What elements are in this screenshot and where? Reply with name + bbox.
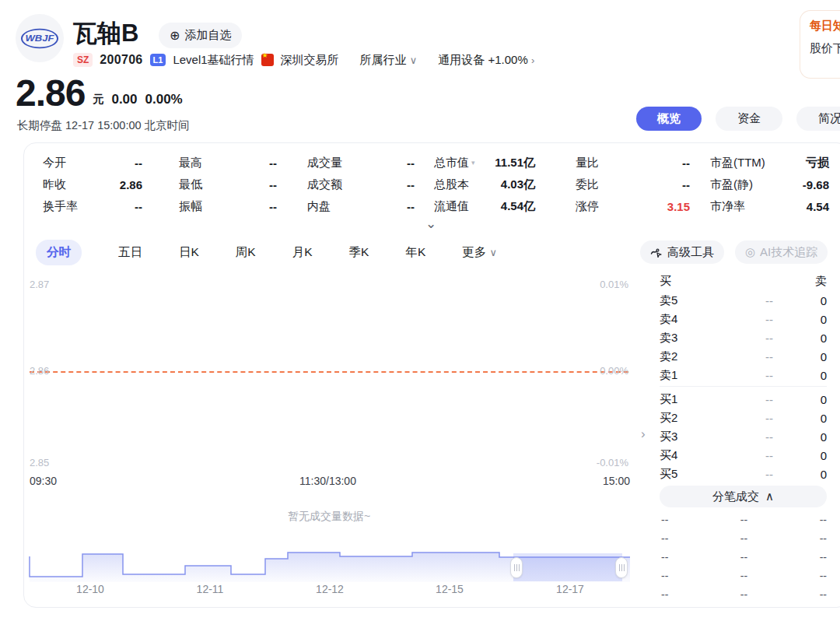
y-axis-pct-low: -0.01% xyxy=(597,457,628,468)
tick-trades-button[interactable]: 分笔成交 ∧ xyxy=(660,486,827,507)
no-volume-note: 暂无成交量数据~ xyxy=(233,510,425,524)
plus-circle-icon: ⊕ xyxy=(170,28,180,43)
chevron-down-icon: ∨ xyxy=(410,54,418,66)
x-axis-open: 09:30 xyxy=(30,475,57,487)
tab-5day[interactable]: 五日 xyxy=(118,244,142,261)
scrubber-selected-range[interactable] xyxy=(513,553,622,581)
ask-row-3: 卖3--0 xyxy=(660,328,827,347)
bid-rows: 买1--0 买2--0 买3--0 买4--0 买5--0 xyxy=(660,390,827,483)
scrubber-date: 12-11 xyxy=(197,583,224,595)
tab-intraday[interactable]: 分时 xyxy=(36,240,82,265)
add-watchlist-button[interactable]: ⊕ 添加自选 xyxy=(159,23,242,48)
daily-news-subtitle: 股价下 xyxy=(810,41,840,56)
stat-turnover-rate: 换手率-- xyxy=(43,195,142,217)
industry-label: 所属行业 xyxy=(360,53,407,66)
ask-row-2: 卖2--0 xyxy=(660,347,827,366)
tab-monthly-k[interactable]: 月K xyxy=(292,244,313,261)
stat-vol-ratio: 量比-- xyxy=(576,152,690,174)
scrubber-date: 12-15 xyxy=(436,583,464,595)
scrubber-right-handle[interactable] xyxy=(615,557,628,578)
exchange-name: 深圳交易所 xyxy=(281,53,339,68)
tab-yearly-k[interactable]: 年K xyxy=(405,244,425,261)
level1-label: Level1基础行情 xyxy=(173,53,254,68)
advanced-tools-button[interactable]: 高级工具 xyxy=(640,240,724,264)
stock-meta-row: SZ 200706 L1 Level1基础行情 ★ 深圳交易所 所属行业 ∨ 通… xyxy=(73,51,534,68)
tick-row: ------ xyxy=(661,529,827,548)
stat-inner-vol: 内盘-- xyxy=(307,195,415,217)
stats-col-5: 量比-- 委比-- 涨停3.15 xyxy=(576,152,690,217)
stock-code: 200706 xyxy=(100,53,142,67)
stock-quote-page: { "icons": { "plus_circle": "⊕", "chevro… xyxy=(0,0,840,621)
tick-row: ------ xyxy=(661,567,827,585)
stat-amplitude: 振幅-- xyxy=(179,195,277,217)
daily-news-card[interactable]: 每日知 股价下 xyxy=(800,10,840,79)
logo-text: WBJF xyxy=(21,28,59,47)
price-change: 0.00 xyxy=(111,92,137,112)
y-axis-price-mid: 2.86 xyxy=(30,365,49,377)
scrubber-date: 12-17 xyxy=(556,583,584,595)
scrubber-date: 12-10 xyxy=(76,583,104,595)
trading-status: 长期停盘 12-17 15:00:00 北京时间 xyxy=(17,118,190,133)
bid-row-2: 买2--0 xyxy=(660,409,827,427)
bid-row-4: 买4--0 xyxy=(660,446,827,465)
chevron-right-icon: › xyxy=(531,54,534,66)
tab-quarterly-k[interactable]: 季K xyxy=(349,244,369,261)
tick-row: ------ xyxy=(661,585,827,604)
ask-rows: 卖5--0 卖4--0 卖3--0 卖2--0 卖1--0 xyxy=(660,291,827,384)
caret-down-icon[interactable]: ▾ xyxy=(471,159,475,167)
y-axis-price-high: 2.87 xyxy=(30,279,49,290)
order-book-header: 买 卖 xyxy=(660,274,827,289)
scrubber-date: 12-12 xyxy=(316,583,344,595)
tab-funds[interactable]: 资金 xyxy=(716,107,782,131)
tab-profile[interactable]: 简况 xyxy=(796,107,840,131)
stat-low: 最低-- xyxy=(179,174,277,195)
tab-weekly-k[interactable]: 周K xyxy=(236,244,256,261)
price-block: 2.86 元 0.00 0.00% xyxy=(16,75,183,112)
scrubber-left-handle[interactable] xyxy=(510,557,523,578)
stock-logo: WBJF xyxy=(16,14,64,62)
stats-col-4: 总市值▾ 11.51亿 总股本4.03亿 流通值4.54亿 xyxy=(434,152,535,217)
stat-float-cap: 流通值4.54亿 xyxy=(434,195,535,217)
stats-col-1: 今开-- 昨收2.86 换手率-- xyxy=(43,152,142,217)
page-title: 瓦轴B xyxy=(73,17,138,50)
exchange-badge: SZ xyxy=(73,53,93,67)
x-axis-close: 15:00 xyxy=(603,475,630,487)
stat-market-cap: 总市值▾ 11.51亿 xyxy=(434,152,535,174)
industry-link[interactable]: 通用设备 +1.00% › xyxy=(438,53,534,68)
target-icon: ◎ xyxy=(745,245,755,259)
x-axis-midday: 11:30/13:00 xyxy=(299,475,356,487)
tab-more[interactable]: 更多 ∨ xyxy=(462,244,497,261)
stat-order-ratio: 委比-- xyxy=(576,174,690,195)
current-price: 2.86 xyxy=(16,75,85,112)
stats-col-6: 市盈(TTM)亏损 市盈(静)-9.68 市净率4.54 xyxy=(710,152,829,217)
stat-total-shares: 总股本4.03亿 xyxy=(434,174,535,195)
y-axis-price-low: 2.85 xyxy=(30,457,49,468)
daily-news-title: 每日知 xyxy=(810,19,840,33)
currency-unit: 元 xyxy=(93,93,103,112)
draw-tool-icon xyxy=(650,247,663,258)
stat-high: 最高-- xyxy=(179,152,277,174)
stat-open: 今开-- xyxy=(43,152,142,174)
stat-volume: 成交量-- xyxy=(307,152,415,174)
stats-expand-chevron-icon[interactable]: ⌄ xyxy=(424,220,438,231)
level1-badge: L1 xyxy=(150,54,166,66)
tab-overview[interactable]: 概览 xyxy=(636,107,702,131)
industry-dropdown[interactable]: 所属行业 ∨ xyxy=(360,53,418,68)
bid-row-5: 买5--0 xyxy=(660,465,827,483)
ask-row-1: 卖1--0 xyxy=(660,366,827,384)
bid-row-3: 买3--0 xyxy=(660,427,827,446)
panel-expand-chevron-icon[interactable]: › xyxy=(641,426,646,442)
add-watchlist-label: 添加自选 xyxy=(184,28,231,43)
buy-header: 买 xyxy=(660,274,671,289)
stat-pe-static: 市盈(静)-9.68 xyxy=(710,174,829,195)
stat-pb: 市净率4.54 xyxy=(710,195,829,217)
tick-row: ------ xyxy=(661,548,827,567)
tab-daily-k[interactable]: 日K xyxy=(179,244,199,261)
bid-row-1: 买1--0 xyxy=(660,390,827,409)
tick-row: ------ xyxy=(661,510,827,529)
y-axis-pct-high: 0.01% xyxy=(600,279,628,290)
ask-row-5: 卖5--0 xyxy=(660,291,827,310)
y-axis-pct-mid: 0.00% xyxy=(600,365,628,377)
ai-tracking-button[interactable]: ◎ AI技术追踪 xyxy=(735,240,828,264)
ask-row-4: 卖4--0 xyxy=(660,310,827,328)
